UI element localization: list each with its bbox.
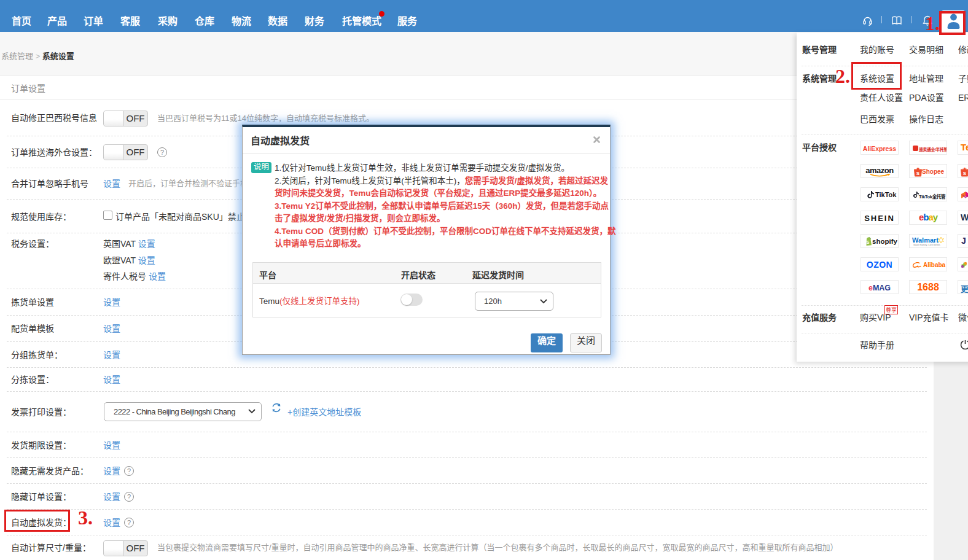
svg-text:S: S: [916, 171, 920, 176]
svg-text:S: S: [963, 171, 967, 176]
svg-text:S: S: [867, 240, 870, 244]
